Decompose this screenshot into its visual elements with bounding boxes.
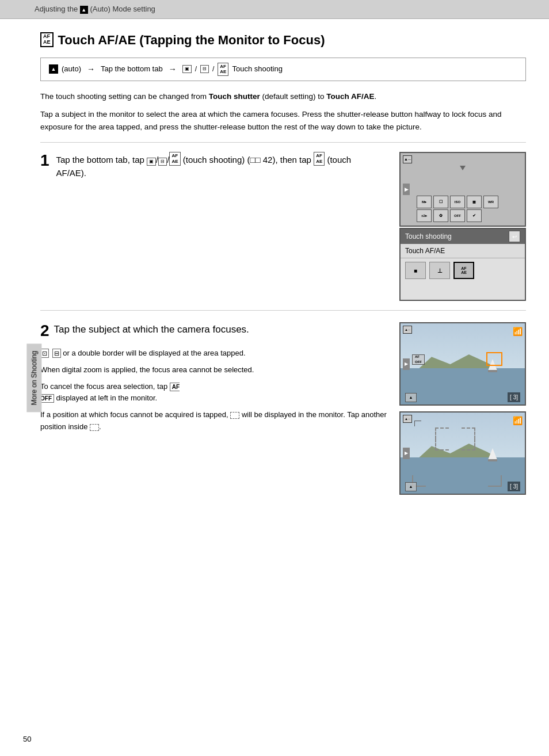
step2-left: 2 Tap the subject at which the camera fo…	[40, 322, 388, 437]
ls-left-arrow2: ▶	[403, 448, 410, 459]
menu-icons-row: ■ ⊥ AFAE	[401, 258, 525, 282]
title-text: Touch AF/AE (Tapping the Monitor to Focu…	[58, 30, 325, 49]
step2-right: ▲— 📶 ▶ AFOFF ▲ [ 3]	[399, 322, 526, 495]
page-number: 50	[23, 734, 31, 745]
cam-box1: M▸	[417, 196, 432, 208]
nav-icon1: ▣	[182, 65, 192, 73]
nav-step1: Tap the bottom tab	[101, 63, 163, 75]
step1-menu-screen: Touch shooting ↩ Touch AF/AE ■ ⊥ AFAE	[399, 228, 526, 301]
nav-arrow2: →	[169, 63, 177, 75]
focus-bracket1	[486, 352, 502, 366]
ls-af-icon1: AFOFF	[412, 354, 425, 365]
step1-camera-top: ▲— ▶ M▸ ☐ ISO ▦ WR ±2▸ ✿ OFF ✔	[399, 152, 526, 227]
ls-left-arrow1: ▶	[403, 358, 410, 370]
menu-icon-afae: AFAE	[453, 262, 474, 279]
boat-hull1	[488, 370, 497, 372]
ls-wifi-icon2: 📶	[513, 415, 523, 427]
nav-icon2: ⊟	[200, 65, 209, 73]
menu-icon-shutter: ■	[405, 262, 426, 279]
description1: The touch shooting setting can be change…	[40, 90, 526, 103]
menu-title-bar: Touch shooting ↩	[401, 229, 525, 244]
menu-spacer	[401, 282, 525, 300]
ls-corner-icon1: ▲—	[403, 326, 412, 334]
cam-box5: WR	[483, 196, 498, 208]
ls-frame-counter2: [ 3]	[508, 482, 520, 491]
top-left-bracket	[414, 421, 421, 426]
landscape-screen2: ▲— 📶 ▶ ▲ [ 3]	[399, 411, 526, 495]
sub4-bracket-icon	[230, 412, 239, 419]
header-text: Adjusting the ▲ (Auto) Mode setting	[35, 5, 155, 13]
step2-sub1: ⊡ ⊟ or a double border will be displayed…	[40, 348, 388, 360]
description2: Tap a subject in the monitor to select t…	[40, 108, 526, 133]
step1-icon1: ▣	[147, 158, 156, 166]
step2-sub3: To cancel the focus area selection, tap …	[40, 381, 388, 405]
menu-subtitle: Touch AF/AE	[401, 244, 525, 258]
bold-touch-afae: Touch AF/AE	[326, 92, 374, 101]
separator1	[40, 142, 526, 143]
nav-slash2: /	[212, 64, 214, 74]
step2-images: ▲— 📶 ▶ AFOFF ▲ [ 3]	[399, 322, 526, 495]
step2-number: 2	[40, 322, 49, 340]
sub1-icon2: ⊟	[52, 349, 61, 358]
step2-sub2: When digital zoom is applied, the focus …	[40, 364, 388, 376]
menu-icon-touch: ⊥	[429, 262, 450, 279]
step1-text: Tap the bottom tab, tap ▣/⊟/AFAE (touch …	[56, 155, 351, 178]
step1-icon3: AFAE	[169, 152, 180, 165]
nav-camera-icon: ▲	[49, 64, 58, 74]
step1-icon4: AFAE	[314, 152, 325, 165]
landscape-screen1: ▲— 📶 ▶ AFOFF ▲ [ 3]	[399, 322, 526, 406]
nav-arrow1: →	[87, 63, 95, 75]
step1-icon2: ⊟	[158, 158, 167, 166]
cam-left-arrow: ▶	[403, 184, 410, 195]
step2-section: 2 Tap the subject at which the camera fo…	[40, 322, 526, 504]
nav-auto-label: (auto)	[62, 63, 81, 75]
ls-shutter-icon: ▲	[405, 393, 417, 402]
cam-dropdown-arrow	[460, 166, 466, 171]
corner-tl	[435, 427, 449, 439]
sail2	[488, 448, 497, 460]
nav-icon3: AFAE	[218, 63, 228, 76]
corner-bl	[435, 439, 449, 450]
cam-box4: ▦	[467, 196, 482, 208]
menu-title-text: Touch shooting	[405, 231, 452, 242]
cam-box3: ISO	[450, 196, 465, 208]
corner-br	[462, 439, 475, 450]
step1-text-block: Tap the bottom tab, tap ▣/⊟/AFAE (touch …	[56, 152, 378, 180]
nav-box: ▲ (auto) → Tap the bottom tab → ▣ / ⊟ / …	[40, 58, 526, 81]
side-tab: More on Shooting	[26, 344, 41, 413]
cam-box8: OFF	[450, 209, 465, 222]
nav-touch-shooting: Touch shooting	[232, 63, 282, 75]
corner-tr	[462, 427, 475, 439]
cam-box7: ✿	[433, 209, 448, 222]
cam-icon-row1: M▸ ☐ ISO ▦ WR	[417, 196, 523, 208]
header-bar: Adjusting the ▲ (Auto) Mode setting	[0, 0, 549, 19]
menu-back-btn: ↩	[509, 231, 520, 242]
title-icon: AFAE	[40, 32, 54, 47]
ls-frame-counter1: [ 3]	[508, 392, 520, 402]
ls-shutter-icon2: ▲	[405, 482, 417, 491]
step1-right: ▲— ▶ M▸ ☐ ISO ▦ WR ±2▸ ✿ OFF ✔	[399, 152, 526, 301]
step1-left: 1 Tap the bottom tab, tap ▣/⊟/AFAE (touc…	[40, 152, 388, 180]
step2-sub4: If a position at which focus cannot be a…	[40, 409, 388, 433]
bold-touch-shutter: Touch shutter	[209, 92, 260, 101]
nav-slash: /	[195, 64, 197, 74]
boat-hull2	[488, 459, 497, 461]
sub4-bracket-icon2	[90, 424, 99, 431]
cam-box6: ±2▸	[417, 209, 432, 222]
cam-box2: ☐	[433, 196, 448, 208]
ls-bottom-bar2: ▲ [ 3]	[401, 482, 525, 491]
cam-box9: ✔	[467, 209, 482, 222]
sub3-af-icon: AFOFF	[40, 383, 180, 403]
cam-icon-row2: ±2▸ ✿ OFF ✔	[417, 209, 523, 222]
step1-section: 1 Tap the bottom tab, tap ▣/⊟/AFAE (touc…	[40, 152, 526, 311]
step1-number: 1	[40, 152, 49, 170]
page-title: AFAE Touch AF/AE (Tapping the Monitor to…	[40, 30, 526, 49]
ls-wifi-icon1: 📶	[513, 326, 523, 338]
ls-corner-icon2: ▲—	[403, 415, 412, 423]
step2-main-text: Tap the subject at which the camera focu…	[54, 322, 249, 337]
ls-bottom-bar1: ▲ [ 3]	[401, 392, 525, 402]
cam-corner-icon: ▲—	[403, 155, 412, 163]
